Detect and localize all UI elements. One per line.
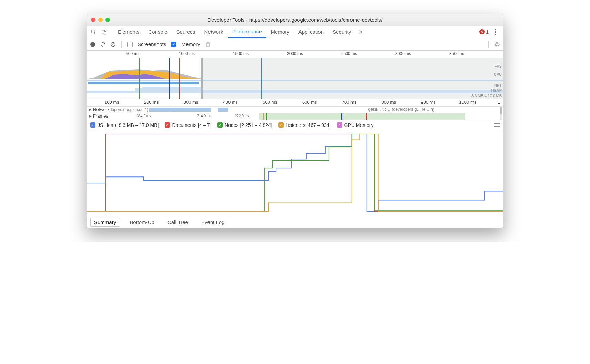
scrollbar[interactable]: [500, 107, 502, 120]
flame-chart[interactable]: ▶ Network lopers.google.com/ (developers…: [87, 107, 503, 120]
devtools-window: Developer Tools - https://developers.goo…: [87, 14, 503, 228]
frame-marker: [341, 113, 342, 120]
frames-bar: [259, 113, 465, 120]
heap-range-label: 8.3 MB – 17.0 MB: [471, 94, 502, 98]
devtools-menu-icon[interactable]: [492, 29, 498, 35]
legend-menu-icon[interactable]: [494, 123, 500, 127]
memory-checkbox[interactable]: [171, 42, 176, 47]
overview-marker: [169, 58, 170, 99]
error-icon: ✕: [479, 29, 485, 34]
tab-event-log[interactable]: Event Log: [198, 218, 228, 226]
inspect-element-icon[interactable]: [91, 29, 96, 35]
tab-security[interactable]: Security: [328, 26, 356, 38]
tab-memory[interactable]: Memory: [266, 26, 294, 38]
overview-ruler: 500 ms 1000 ms 1500 ms 2000 ms 2500 ms 3…: [87, 51, 503, 58]
overview-marker: [261, 58, 262, 99]
trash-icon[interactable]: [205, 42, 211, 47]
frame-marker: [263, 113, 264, 120]
details-tabs: Summary Bottom-Up Call Tree Event Log: [87, 216, 503, 228]
flame-ruler: 100 ms 200 ms 300 ms 400 ms 500 ms 600 m…: [87, 99, 503, 107]
legend-gpu-memory[interactable]: GPU Memory: [337, 122, 374, 128]
reload-button[interactable]: [100, 42, 105, 47]
overview-marker: [139, 58, 140, 99]
tab-network[interactable]: Network: [200, 26, 228, 38]
legend-documents[interactable]: Documents [4 – 7]: [165, 122, 211, 128]
legend-js-heap[interactable]: JS Heap [8.3 MB – 17.0 MB]: [90, 122, 159, 128]
memory-label: Memory: [181, 41, 200, 47]
perf-toolbar: Screenshots Memory: [87, 38, 503, 51]
titlebar: Developer Tools - https://developers.goo…: [87, 14, 503, 26]
gets-hint: getsi… tic… (developers.g… le… n): [368, 107, 434, 112]
expand-icon[interactable]: ▶: [89, 114, 92, 118]
tab-call-tree[interactable]: Call Tree: [164, 218, 192, 226]
overview-handle[interactable]: [201, 58, 203, 99]
memory-chart[interactable]: [87, 130, 503, 216]
more-tabs-chevron-icon[interactable]: [358, 29, 363, 35]
net-bar: [88, 82, 199, 84]
net-block: [218, 108, 228, 112]
memory-legend: JS Heap [8.3 MB – 17.0 MB] Documents [4 …: [87, 120, 503, 130]
heap-area: [87, 85, 503, 93]
screenshots-label: Screenshots: [138, 41, 166, 47]
frame-marker: [266, 113, 267, 120]
main-tabs: Elements Console Sources Network Perform…: [87, 26, 503, 38]
cpu-area: [87, 68, 201, 79]
device-toolbar-icon[interactable]: [101, 29, 107, 35]
settings-gear-icon[interactable]: [494, 42, 500, 47]
tab-performance[interactable]: Performance: [228, 26, 266, 38]
overview-lane-labels: FPS CPU NET HEAP: [491, 64, 502, 93]
tab-sources[interactable]: Sources: [172, 26, 200, 38]
net-thin-bar: [87, 80, 503, 81]
tab-application[interactable]: Application: [294, 26, 328, 38]
tab-bottom-up[interactable]: Bottom-Up: [126, 218, 158, 226]
screenshots-checkbox[interactable]: [127, 42, 133, 47]
clear-button[interactable]: [110, 42, 116, 47]
tab-summary[interactable]: Summary: [90, 218, 120, 227]
tab-elements[interactable]: Elements: [113, 26, 144, 38]
record-button[interactable]: [90, 42, 95, 47]
overview-panel[interactable]: 500 ms 1000 ms 1500 ms 2000 ms 2500 ms 3…: [87, 51, 503, 99]
frame-marker: [366, 113, 367, 120]
net-block: [149, 108, 211, 112]
error-count: 1: [486, 29, 489, 35]
overview-marker: [179, 58, 180, 99]
expand-icon[interactable]: ▶: [89, 108, 92, 111]
error-badge[interactable]: ✕1: [479, 29, 489, 35]
overview-body: FPS CPU NET HEAP 8.3 MB – 17.0 MB: [87, 58, 503, 99]
tab-console[interactable]: Console: [144, 26, 172, 38]
legend-listeners[interactable]: Listeners [467 – 934]: [278, 122, 331, 128]
window-title: Developer Tools - https://developers.goo…: [87, 17, 503, 23]
legend-nodes[interactable]: Nodes [2 251 – 4 824]: [217, 122, 272, 128]
svg-rect-2: [104, 31, 106, 34]
